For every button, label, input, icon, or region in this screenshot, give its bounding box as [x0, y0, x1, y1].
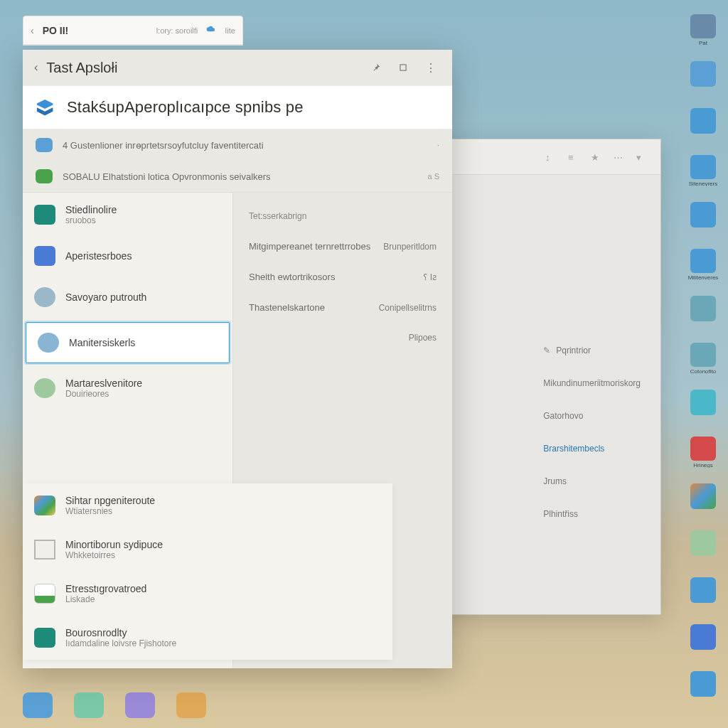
bg-side-label: Gatorhovo — [543, 411, 583, 421]
desktop-icon-app-11[interactable] — [687, 483, 719, 515]
app-icon — [34, 584, 55, 604]
detail-key: Mitgimpereanet ternrettrrobes — [249, 241, 370, 252]
app-list-item[interactable]: Savoyaro putrouth — [23, 277, 232, 318]
detail-key: Thastenelskartone — [249, 302, 325, 313]
desktop-icon-app-12[interactable] — [687, 530, 719, 562]
app-icon — [34, 378, 55, 398]
detail-row[interactable]: Mitgimpereanet ternrettrrobesBrunperitld… — [233, 231, 452, 262]
app-icon — [690, 61, 716, 87]
app-icon — [34, 628, 55, 648]
app-list-item[interactable]: Sihtar npgeniterouteWtiatersnies — [23, 483, 392, 528]
app-icon — [690, 108, 716, 134]
app-icon — [690, 343, 716, 367]
app-icon — [34, 205, 55, 225]
left-app-list-extended: Sihtar npgeniterouteWtiatersniesMinortib… — [23, 483, 392, 660]
desktop-icon-app-4[interactable]: Siteneyrers — [687, 155, 719, 186]
more-icon[interactable]: ⋮ — [421, 57, 441, 79]
desktop-icon-app-3[interactable] — [687, 108, 719, 139]
result-icon — [36, 169, 53, 183]
app-icon — [690, 249, 716, 273]
app-list-item[interactable]: Aperistesrboes — [23, 235, 232, 277]
tool-icon[interactable]: ≡ — [568, 152, 578, 162]
app-list-item[interactable]: EtresstıgrovatroedLiskade — [23, 572, 392, 616]
desktop-icon-app-9[interactable] — [687, 390, 719, 421]
pin-icon[interactable] — [367, 58, 385, 77]
app-icon — [690, 530, 716, 556]
app-list-item[interactable]: Manitersiskerls — [26, 322, 230, 363]
tool-icon[interactable]: ▾ — [636, 152, 646, 162]
desktop-icon-app-15[interactable] — [687, 671, 719, 702]
result-text: 4 Gustenlioner inrөprtetsrsoyfutcluy fav… — [63, 140, 427, 151]
restore-icon[interactable] — [394, 58, 412, 77]
desktop-icon-column: PatSiteneyrersMilitenveresCotonofitoHrin… — [682, 14, 724, 702]
detail-value: Conipellselitrns — [379, 303, 437, 313]
detail-row[interactable]: Sheith ewtortrikosors⸮ Iƨ — [233, 262, 452, 292]
result-icon — [36, 138, 53, 152]
desktop-icon-app-7[interactable] — [687, 296, 719, 327]
app-list-item[interactable]: Stiedlinoliresruobos — [23, 194, 232, 235]
desktop-icon-app-2[interactable] — [687, 61, 719, 92]
detail-row[interactable]: ThastenelskartoneConipellselitrns — [233, 292, 452, 323]
tab-meta: Iite — [225, 26, 235, 35]
app-icon — [34, 287, 55, 307]
bg-side-label: Plhintřiss — [543, 509, 578, 519]
result-text: SOBALU Elhatstioni lotica Opvronmonis se… — [63, 171, 417, 182]
app-icon — [690, 437, 716, 461]
app-subtitle: sruobos — [65, 215, 117, 225]
icon-label: Cotonofito — [683, 368, 723, 374]
app-icon — [690, 671, 716, 697]
desktop-icon-app-6[interactable]: Militenveres — [687, 249, 719, 280]
desktop-icon-app-14[interactable] — [687, 624, 719, 655]
app-subtitle: Liskade — [65, 594, 146, 604]
tool-icon[interactable]: ⋯ — [614, 152, 623, 162]
bg-side-row: Plhintřiss — [543, 509, 641, 519]
app-icon — [34, 246, 55, 266]
app-icon — [34, 540, 55, 560]
tab-meta: l:ory: soroilfi — [156, 26, 198, 35]
tool-icon[interactable]: ★ — [591, 152, 601, 162]
back-button[interactable]: ‹ — [34, 61, 38, 74]
app-title: Stiedlinolire — [65, 204, 117, 215]
app-list-item[interactable]: Minortiborun sydipuceWhkketoirres — [23, 528, 392, 572]
app-title: Minortiborun sydipuce — [65, 539, 163, 550]
taskbar-icon-tb-1[interactable] — [23, 692, 53, 718]
popup-titlebar: ‹ Tast Apslołi ⋮ — [23, 50, 452, 85]
desktop-icon-app-5[interactable] — [687, 202, 719, 233]
tab-title: PO II! — [43, 25, 69, 36]
icon-label: Pat — [683, 40, 723, 46]
app-subtitle: Whkketoirres — [65, 550, 163, 560]
bg-side-row: ✎Pqrintrior — [543, 346, 641, 355]
tab-back-icon[interactable]: ‹ — [31, 25, 34, 36]
app-list-item[interactable]: MartareslvenitoreDouirieores — [23, 368, 232, 409]
edit-icon[interactable]: ✎ — [543, 346, 550, 355]
taskbar-icon-tb-3[interactable] — [125, 692, 155, 718]
taskbar-icon-tb-2[interactable] — [74, 692, 104, 718]
detail-row[interactable]: Plipoes — [233, 323, 452, 353]
app-icon — [690, 155, 716, 179]
app-list-item[interactable]: BourosnrodltyIıdamdaline loivsre Fjishot… — [23, 616, 392, 660]
desktop-icon-app-1[interactable]: Pat — [687, 14, 719, 46]
icon-label: Militenveres — [683, 274, 723, 280]
tool-icon[interactable]: ↕ — [545, 152, 555, 162]
desktop-icon-app-13[interactable] — [687, 577, 719, 609]
bg-side-label: Mikundinumeriitmoriskorg — [543, 378, 641, 388]
sub-result-row[interactable]: 4 Gustenlioner inrөprtetsrsoyfutcluy fav… — [23, 129, 452, 161]
icon-label: Siteneyrers — [683, 181, 723, 186]
app-icon — [690, 624, 716, 650]
detail-value: Brunperitldom — [383, 242, 437, 252]
app-subtitle: Iıdamdaline loivsre Fjishotore — [65, 638, 176, 648]
app-icon — [690, 296, 716, 321]
bg-side-row: Gatorhovo — [543, 411, 641, 421]
hero-result[interactable]: StаkśuрАperорlıcaıрсе sрnibs pе — [23, 85, 452, 129]
desktop-icon-app-8[interactable]: Cotonofito — [687, 343, 719, 374]
sub-result-row[interactable]: SOBALU Elhatstioni lotica Opvronmonis se… — [23, 161, 452, 192]
desktop-icon-app-10[interactable]: Hrinegs — [687, 437, 719, 468]
taskbar-icon-tb-4[interactable] — [176, 692, 206, 718]
bg-side-info: ✎PqrintriorMikundinumeriitmoriskorgGator… — [543, 346, 641, 519]
app-icon — [690, 390, 716, 415]
app-icon — [690, 202, 716, 228]
bg-side-label: Brarshitembecls — [543, 444, 604, 454]
bg-side-label: Jrums — [543, 476, 567, 486]
detail-key: Tet:sserkabrign — [249, 211, 306, 221]
popup-title: Tast Apslołi — [46, 60, 117, 76]
